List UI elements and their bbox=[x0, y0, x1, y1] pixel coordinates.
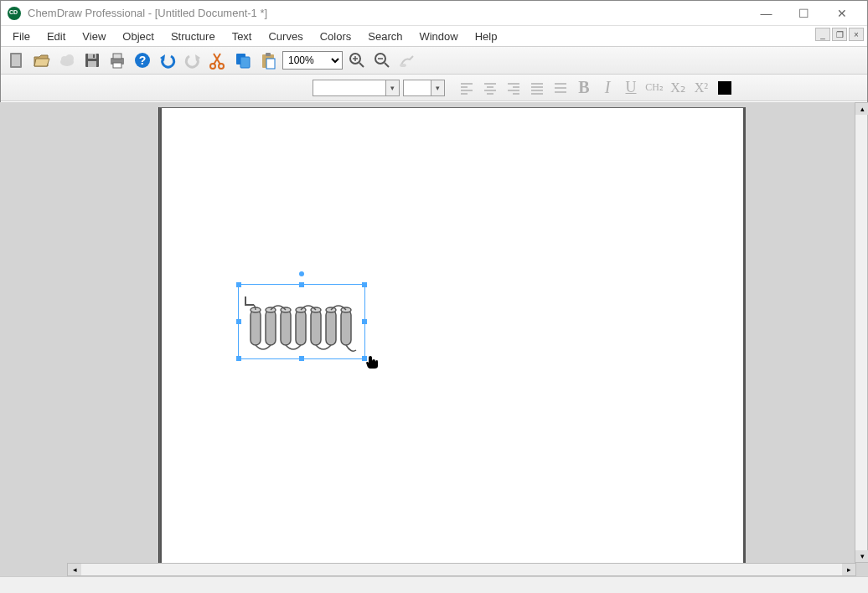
window-title: ChemDraw Professional - [Untitled Docume… bbox=[28, 7, 747, 19]
workspace: A A→A bbox=[0, 102, 868, 576]
open-button[interactable] bbox=[31, 49, 53, 71]
selection-box[interactable] bbox=[238, 284, 365, 359]
menu-file[interactable]: File bbox=[4, 28, 39, 45]
redo-button[interactable] bbox=[182, 49, 204, 71]
hand-cursor-icon bbox=[364, 354, 380, 369]
bold-button[interactable]: B bbox=[574, 78, 594, 98]
maximize-button[interactable]: ☐ bbox=[785, 2, 823, 25]
underline-button[interactable]: U bbox=[621, 78, 641, 98]
document-page[interactable] bbox=[159, 107, 746, 576]
main-toolbar: ? 100% bbox=[1, 46, 867, 75]
title-bar: ChemDraw Professional - [Untitled Docume… bbox=[1, 1, 867, 26]
menu-edit[interactable]: Edit bbox=[39, 28, 74, 45]
print-button[interactable] bbox=[106, 49, 128, 71]
svg-rect-81 bbox=[281, 310, 291, 345]
paste-button[interactable] bbox=[257, 49, 279, 71]
copy-button[interactable] bbox=[232, 49, 254, 71]
mdi-restore-button[interactable]: ❐ bbox=[832, 28, 847, 41]
svg-rect-6 bbox=[88, 54, 96, 59]
cut-button[interactable] bbox=[207, 49, 229, 71]
svg-rect-19 bbox=[266, 53, 271, 56]
svg-point-4 bbox=[65, 54, 74, 63]
scroll-left-button[interactable]: ◂ bbox=[68, 564, 81, 575]
svg-rect-85 bbox=[341, 310, 351, 345]
menu-window[interactable]: Window bbox=[411, 28, 466, 45]
svg-rect-79 bbox=[251, 310, 261, 345]
zoom-out-button[interactable] bbox=[371, 49, 393, 71]
svg-rect-80 bbox=[266, 310, 276, 345]
cloud-button[interactable] bbox=[56, 49, 78, 71]
close-button[interactable]: ✕ bbox=[823, 2, 860, 25]
svg-rect-83 bbox=[311, 310, 321, 345]
align-distribute-button[interactable] bbox=[550, 78, 571, 98]
format-toolbar: ▾ ▾ B I U CH₂ X₂ X² bbox=[1, 75, 867, 101]
menu-search[interactable]: Search bbox=[359, 28, 411, 45]
menu-colors[interactable]: Colors bbox=[312, 28, 360, 45]
align-justify-button[interactable] bbox=[527, 78, 547, 98]
font-size-combo[interactable]: ▾ bbox=[403, 80, 445, 96]
svg-rect-7 bbox=[88, 61, 96, 67]
app-icon bbox=[8, 7, 21, 20]
help-button[interactable]: ? bbox=[132, 49, 153, 71]
menu-view[interactable]: View bbox=[74, 28, 114, 45]
align-right-button[interactable] bbox=[504, 78, 524, 98]
svg-rect-10 bbox=[113, 54, 121, 59]
svg-rect-8 bbox=[93, 54, 95, 58]
scroll-down-button[interactable]: ▾ bbox=[855, 550, 868, 562]
undo-button[interactable] bbox=[157, 49, 178, 71]
menu-object[interactable]: Object bbox=[114, 28, 163, 45]
cleanup-button[interactable] bbox=[396, 49, 418, 71]
svg-point-23 bbox=[400, 64, 406, 67]
status-bar bbox=[0, 576, 868, 593]
align-left-button[interactable] bbox=[457, 78, 477, 98]
color-swatch-button[interactable] bbox=[715, 78, 735, 98]
new-document-button[interactable] bbox=[6, 49, 28, 71]
svg-rect-20 bbox=[266, 59, 275, 69]
italic-button[interactable]: I bbox=[597, 78, 617, 98]
subscript-button[interactable]: X₂ bbox=[668, 78, 688, 98]
svg-rect-82 bbox=[296, 310, 306, 345]
menu-help[interactable]: Help bbox=[467, 28, 506, 45]
zoom-in-button[interactable] bbox=[346, 49, 368, 71]
menu-curves[interactable]: Curves bbox=[260, 28, 311, 45]
formula-button[interactable]: CH₂ bbox=[644, 78, 664, 98]
mdi-minimize-button[interactable]: _ bbox=[815, 28, 830, 41]
scroll-right-button[interactable]: ▸ bbox=[842, 564, 855, 575]
menu-structure[interactable]: Structure bbox=[163, 28, 224, 45]
align-center-button[interactable] bbox=[480, 78, 500, 98]
scroll-up-button[interactable]: ▴ bbox=[855, 103, 868, 115]
drawn-object bbox=[239, 285, 366, 360]
svg-rect-84 bbox=[326, 310, 336, 345]
menu-bar: File Edit View Object Structure Text Cur… bbox=[1, 26, 867, 46]
superscript-button[interactable]: X² bbox=[691, 78, 711, 98]
svg-rect-17 bbox=[240, 57, 250, 68]
svg-rect-1 bbox=[12, 54, 20, 66]
horizontal-scrollbar[interactable]: ◂ ▸ bbox=[67, 563, 856, 576]
canvas-area[interactable]: ▴ ▾ ◂ ▸ bbox=[0, 102, 868, 576]
font-family-combo[interactable]: ▾ bbox=[313, 80, 400, 96]
menu-text[interactable]: Text bbox=[224, 28, 261, 45]
svg-text:?: ? bbox=[139, 54, 147, 67]
zoom-select[interactable]: 100% bbox=[282, 51, 343, 70]
svg-rect-11 bbox=[113, 63, 121, 68]
svg-point-15 bbox=[219, 64, 224, 69]
mdi-close-button[interactable]: × bbox=[849, 28, 864, 41]
save-button[interactable] bbox=[81, 49, 103, 71]
minimize-button[interactable]: — bbox=[747, 2, 785, 25]
vertical-scrollbar[interactable]: ▴ ▾ bbox=[855, 102, 868, 563]
svg-point-14 bbox=[210, 64, 215, 69]
svg-point-92 bbox=[341, 307, 351, 312]
